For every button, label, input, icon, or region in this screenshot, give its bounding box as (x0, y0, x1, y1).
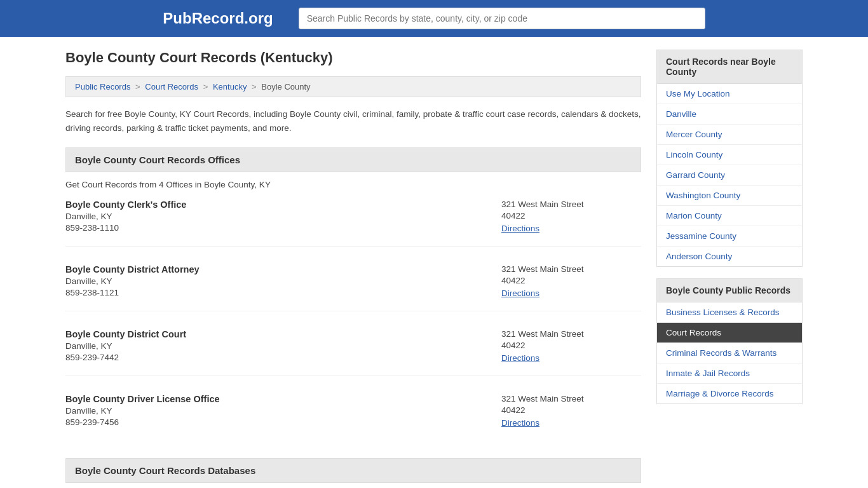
site-header: PubRecord.org (0, 0, 868, 37)
office-phone: 859-238-1121 (65, 288, 501, 297)
sidebar-nearby-item[interactable]: Marion County (657, 206, 802, 226)
main-layout: Boyle County Court Records (Kentucky) Pu… (53, 50, 815, 488)
office-name: Boyle County District Court (65, 329, 501, 339)
directions-link[interactable]: Directions (501, 418, 539, 428)
office-right: 321 West Main Street 40422 Directions (501, 200, 641, 233)
office-zip: 40422 (501, 405, 641, 415)
office-name: Boyle County Clerk's Office (65, 200, 501, 210)
sidebar: Court Records near Boyle County Use My L… (656, 50, 803, 488)
office-entry: Boyle County District Attorney Danville,… (65, 264, 641, 311)
office-zip: 40422 (501, 211, 641, 220)
office-left: Boyle County District Court Danville, KY… (65, 329, 501, 363)
breadcrumb-kentucky[interactable]: Kentucky (213, 82, 247, 92)
sidebar-nearby-item[interactable]: Danville (657, 104, 802, 125)
sidebar-nearby-item[interactable]: Mercer County (657, 125, 802, 145)
office-address: 321 West Main Street (501, 329, 641, 339)
office-zip: 40422 (501, 341, 641, 350)
office-city: Danville, KY (65, 406, 501, 416)
sidebar-nearby-item[interactable]: Jessamine County (657, 226, 802, 247)
search-bar[interactable] (299, 8, 705, 29)
sidebar-public-records-item[interactable]: Inmate & Jail Records (657, 363, 802, 384)
sidebar-public-records-header: Boyle County Public Records (656, 278, 803, 302)
office-name: Boyle County Driver License Office (65, 394, 501, 404)
page-description: Search for free Boyle County, KY Court R… (65, 107, 641, 135)
breadcrumb: Public Records > Court Records > Kentuck… (65, 76, 641, 97)
sidebar-nearby-item[interactable]: Washington County (657, 186, 802, 206)
office-name: Boyle County District Attorney (65, 264, 501, 274)
sidebar-nearby-header: Court Records near Boyle County (656, 50, 803, 84)
breadcrumb-current: Boyle County (261, 82, 310, 92)
sidebar-public-records-list: Business Licenses & RecordsCourt Records… (656, 302, 803, 404)
office-zip: 40422 (501, 276, 641, 285)
office-right: 321 West Main Street 40422 Directions (501, 329, 641, 363)
sidebar-nearby-list: Use My LocationDanvilleMercer CountyLinc… (656, 84, 803, 267)
breadcrumb-sep-3: > (252, 82, 257, 92)
offices-sub: Get Court Records from 4 Offices in Boyl… (65, 180, 641, 189)
breadcrumb-sep-1: > (135, 82, 140, 92)
office-left: Boyle County District Attorney Danville,… (65, 264, 501, 298)
sidebar-public-records-item[interactable]: Court Records (657, 323, 802, 343)
sidebar-nearby-item[interactable]: Anderson County (657, 247, 802, 266)
sidebar-public-records-item[interactable]: Marriage & Divorce Records (657, 384, 802, 403)
search-input[interactable] (299, 8, 705, 29)
office-left: Boyle County Clerk's Office Danville, KY… (65, 200, 501, 233)
office-entry: Boyle County Driver License Office Danvi… (65, 394, 641, 440)
office-address: 321 West Main Street (501, 264, 641, 274)
sidebar-nearby-item[interactable]: Garrard County (657, 165, 802, 186)
directions-link[interactable]: Directions (501, 224, 539, 233)
breadcrumb-court-records[interactable]: Court Records (145, 82, 198, 92)
offices-section-header: Boyle County Court Records Offices (65, 147, 641, 172)
office-city: Danville, KY (65, 341, 501, 351)
directions-link[interactable]: Directions (501, 353, 539, 363)
office-entry: Boyle County District Court Danville, KY… (65, 329, 641, 376)
databases-section-header: Boyle County Court Records Databases (65, 458, 641, 483)
sidebar-public-records-item[interactable]: Business Licenses & Records (657, 302, 802, 323)
office-address: 321 West Main Street (501, 394, 641, 403)
sidebar-nearby-item[interactable]: Lincoln County (657, 145, 802, 165)
office-city: Danville, KY (65, 212, 501, 221)
breadcrumb-sep-2: > (203, 82, 208, 92)
content-area: Boyle County Court Records (Kentucky) Pu… (65, 50, 641, 488)
office-phone: 859-239-7442 (65, 353, 501, 362)
office-entry: Boyle County Clerk's Office Danville, KY… (65, 200, 641, 247)
office-right: 321 West Main Street 40422 Directions (501, 394, 641, 428)
directions-link[interactable]: Directions (501, 288, 539, 298)
sidebar-nearby-item[interactable]: Use My Location (657, 84, 802, 104)
offices-container: Boyle County Clerk's Office Danville, KY… (65, 200, 641, 440)
site-logo[interactable]: PubRecord.org (163, 10, 273, 27)
office-phone: 859-238-1110 (65, 223, 501, 233)
sidebar-public-records-item[interactable]: Criminal Records & Warrants (657, 343, 802, 363)
page-title: Boyle County Court Records (Kentucky) (65, 50, 641, 66)
breadcrumb-public-records[interactable]: Public Records (75, 82, 130, 92)
office-address: 321 West Main Street (501, 200, 641, 209)
office-left: Boyle County Driver License Office Danvi… (65, 394, 501, 428)
office-phone: 859-239-7456 (65, 417, 501, 427)
office-right: 321 West Main Street 40422 Directions (501, 264, 641, 298)
office-city: Danville, KY (65, 276, 501, 286)
